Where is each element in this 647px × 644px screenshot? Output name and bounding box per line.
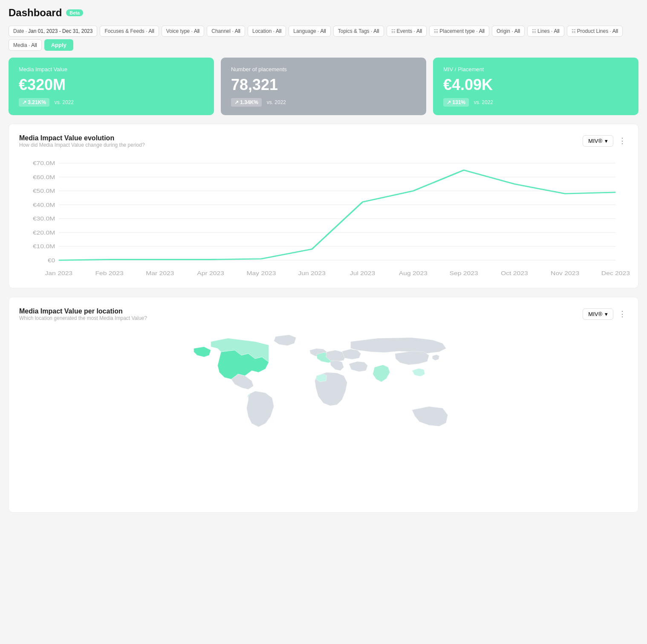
filter-chip-focuses-feeds[interactable]: Focuses & Feeds · All [100, 26, 159, 37]
page-title: Dashboard [9, 7, 62, 19]
map-title-group: Media Impact Value per location Which lo… [19, 307, 147, 330]
metric-footer: ↗ 3.21K% vs. 2022 [19, 98, 204, 107]
filter-chip-placement-type[interactable]: ☷Placement type · All [429, 26, 489, 37]
filter-value: All [276, 28, 281, 34]
metric-badge: ↗ 131% [443, 98, 469, 107]
evolution-chart-section: Media Impact Value evolution How did Med… [9, 124, 638, 288]
filter-label: Channel · [211, 28, 233, 34]
svg-text:Jun 2023: Jun 2023 [298, 270, 326, 276]
svg-text:Dec 2023: Dec 2023 [601, 270, 630, 276]
filter-chip-origin[interactable]: Origin · All [492, 26, 525, 37]
filter-chip-media[interactable]: Media · All [9, 39, 42, 51]
map-chart-controls: MIV® ▾ ⋮ [583, 307, 628, 320]
svg-text:€50.0M: €50.0M [33, 188, 55, 194]
country-brazil [247, 391, 274, 427]
svg-text:Oct 2023: Oct 2023 [501, 270, 528, 276]
filter-chip-lines[interactable]: ☷Lines · All [527, 26, 564, 37]
filter-chip-voice-type[interactable]: Voice type · All [162, 26, 204, 37]
apply-button[interactable]: Apply [44, 39, 73, 51]
filter-icon: ☷ [572, 29, 576, 34]
chevron-down-icon: ▾ [605, 138, 608, 144]
more-options-button[interactable]: ⋮ [617, 134, 628, 147]
miv-dropdown[interactable]: MIV® ▾ [583, 135, 613, 147]
filter-label: Location · [252, 28, 274, 34]
filter-value: All [194, 28, 199, 34]
filter-value: All [31, 42, 37, 48]
filter-label: Voice type · [166, 28, 193, 34]
country-australia [412, 406, 448, 426]
filter-chip-events[interactable]: ☷Events · All [387, 26, 427, 37]
metric-footer: ↗ 1.34K% vs. 2022 [231, 98, 416, 107]
metric-card-miv: Media Impact Value €320M ↗ 3.21K% vs. 20… [9, 58, 214, 115]
filter-value: All [320, 28, 326, 34]
filter-value: All [612, 28, 618, 34]
svg-text:€60.0M: €60.0M [33, 174, 55, 180]
svg-text:Apr 2023: Apr 2023 [197, 270, 224, 276]
line-chart-svg: €0€10.0M€20.0M€30.0M€40.0M€50.0M€60.0M€7… [19, 158, 628, 278]
beta-badge: Beta [66, 9, 83, 16]
page-container: Dashboard Beta Date · Jan 01, 2023 - Dec… [0, 0, 647, 519]
map-chart-section: Media Impact Value per location Which lo… [9, 297, 638, 513]
country-alaska [194, 347, 211, 357]
filter-value: All [514, 28, 520, 34]
filter-value: All [416, 28, 422, 34]
filter-value: All [235, 28, 240, 34]
filter-chip-product-lines[interactable]: ☷Product Lines · All [567, 26, 623, 37]
map-miv-dropdown-label: MIV® [588, 311, 602, 317]
svg-text:Nov 2023: Nov 2023 [551, 270, 579, 276]
metric-footer: ↗ 131% vs. 2022 [443, 98, 628, 107]
svg-text:€0: €0 [48, 257, 55, 263]
metric-value: €320M [19, 76, 204, 94]
filter-label: Topics & Tags · [338, 28, 372, 34]
map-more-options-button[interactable]: ⋮ [617, 307, 628, 320]
svg-text:Sep 2023: Sep 2023 [449, 270, 478, 276]
svg-text:Mar 2023: Mar 2023 [146, 270, 174, 276]
svg-text:€30.0M: €30.0M [33, 216, 55, 222]
evolution-chart-subtitle: How did Media Impact Value change during… [19, 142, 145, 148]
filter-value: All [479, 28, 485, 34]
svg-text:Aug 2023: Aug 2023 [399, 270, 427, 276]
svg-text:Jul 2023: Jul 2023 [350, 270, 375, 276]
chart-header: Media Impact Value evolution How did Med… [19, 134, 628, 157]
filter-label: Media · [13, 42, 30, 48]
filter-value: Jan 01, 2023 - Dec 31, 2023 [28, 28, 92, 34]
svg-text:Feb 2023: Feb 2023 [95, 270, 123, 276]
world-map [19, 331, 628, 502]
filter-label: Placement type · [439, 28, 477, 34]
filter-chip-location[interactable]: Location · All [248, 26, 286, 37]
filter-chip-topics-tags[interactable]: Topics & Tags · All [333, 26, 384, 37]
svg-text:May 2023: May 2023 [246, 270, 276, 276]
map-chart-title: Media Impact Value per location [19, 307, 147, 315]
filter-chip-language[interactable]: Language · All [289, 26, 330, 37]
country-india [373, 365, 390, 382]
metric-card-placements: Number of placements 78,321 ↗ 1.34K% vs.… [221, 58, 426, 115]
metric-badge: ↗ 3.21K% [19, 98, 49, 107]
metric-label: Media Impact Value [19, 66, 204, 73]
header: Dashboard Beta [9, 7, 638, 19]
filter-label: Origin · [497, 28, 513, 34]
filter-label: Language · [293, 28, 319, 34]
map-miv-dropdown[interactable]: MIV® ▾ [583, 308, 613, 320]
metric-card-miv-placement: MIV / Placement €4.09K ↗ 131% vs. 2022 [433, 58, 638, 115]
svg-text:€70.0M: €70.0M [33, 160, 55, 166]
map-chevron-down-icon: ▾ [605, 311, 608, 317]
svg-text:Jan 2023: Jan 2023 [45, 270, 73, 276]
world-map-svg [49, 331, 597, 502]
filter-label: Lines · [537, 28, 552, 34]
filter-label: Focuses & Feeds · [104, 28, 147, 34]
filter-label: Date · [13, 28, 27, 34]
metric-label: MIV / Placement [443, 66, 628, 73]
filter-value: All [373, 28, 379, 34]
country-japan [433, 354, 439, 360]
svg-text:€20.0M: €20.0M [33, 229, 55, 235]
filter-label: Product Lines · [577, 28, 611, 34]
filter-chip-date[interactable]: Date · Jan 01, 2023 - Dec 31, 2023 [9, 26, 97, 37]
filter-icon: ☷ [434, 29, 438, 34]
country-seasia [412, 368, 425, 376]
country-italy [330, 360, 344, 371]
miv-dropdown-label: MIV® [588, 138, 602, 144]
filter-chip-channel[interactable]: Channel · All [207, 26, 245, 37]
svg-text:€10.0M: €10.0M [33, 244, 55, 249]
map-chart-header: Media Impact Value per location Which lo… [19, 307, 628, 330]
country-saudi [349, 361, 368, 371]
